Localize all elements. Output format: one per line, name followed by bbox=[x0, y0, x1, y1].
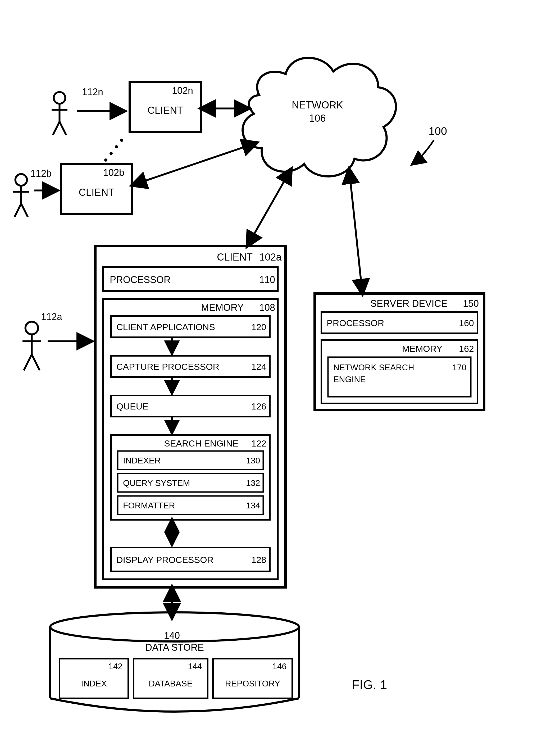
index-id: 142 bbox=[108, 662, 122, 671]
svg-line-4 bbox=[53, 122, 60, 135]
query-id: 132 bbox=[246, 478, 260, 488]
user-b: 112b bbox=[13, 168, 57, 217]
db-id: 144 bbox=[188, 662, 202, 671]
server-id: 150 bbox=[463, 298, 479, 309]
client-a-label: CLIENT bbox=[217, 252, 253, 263]
memory-label: MEMORY bbox=[201, 302, 244, 313]
svg-rect-35 bbox=[315, 294, 484, 410]
arrow-clientb-network bbox=[132, 143, 257, 185]
srv-mem-label: MEMORY bbox=[402, 344, 442, 354]
capture-id: 124 bbox=[251, 362, 266, 372]
nse-id: 170 bbox=[452, 363, 466, 372]
srv-proc-id: 160 bbox=[459, 318, 474, 328]
query-label: QUERY SYSTEM bbox=[123, 478, 190, 488]
repo-label: REPOSITORY bbox=[225, 679, 280, 688]
display-label: DISPLAY PROCESSOR bbox=[116, 555, 213, 565]
client-b-id: 102b bbox=[103, 167, 124, 178]
srv-mem-id: 162 bbox=[459, 344, 474, 354]
search-engine-id: 122 bbox=[251, 438, 266, 448]
client-n-label: CLIENT bbox=[147, 105, 183, 116]
svg-point-1 bbox=[54, 92, 65, 104]
indexer-label: INDEXER bbox=[123, 456, 161, 465]
svg-line-33 bbox=[32, 354, 40, 370]
processor-id: 110 bbox=[259, 274, 275, 285]
svg-point-9 bbox=[110, 152, 113, 155]
user-a: 112a bbox=[22, 311, 91, 370]
display-id: 128 bbox=[251, 555, 266, 565]
client-n-id: 102n bbox=[172, 85, 193, 96]
queue-id: 126 bbox=[251, 401, 266, 411]
nse-label-2: ENGINE bbox=[333, 375, 366, 384]
user-n-id: 112n bbox=[82, 86, 103, 97]
processor-label: PROCESSOR bbox=[110, 274, 171, 285]
client-apps-label: CLIENT APPLICATIONS bbox=[116, 322, 215, 332]
nse-label-1: NETWORK SEARCH bbox=[333, 363, 414, 372]
search-engine-label: SEARCH ENGINE bbox=[164, 438, 239, 448]
figure-label: FIG. 1 bbox=[352, 678, 387, 692]
client-a-id: 102a bbox=[259, 252, 282, 263]
user-n: 112n bbox=[52, 86, 124, 135]
svg-line-15 bbox=[15, 204, 21, 217]
server-label: SERVER DEVICE bbox=[370, 298, 447, 309]
arrow-clienta-network bbox=[247, 169, 291, 246]
formatter-label: FORMATTER bbox=[123, 501, 175, 510]
db-label: DATABASE bbox=[149, 679, 193, 688]
network-id: 106 bbox=[309, 113, 326, 124]
server-device: SERVER DEVICE 150 PROCESSOR 160 MEMORY 1… bbox=[315, 294, 484, 410]
memory-id: 108 bbox=[259, 302, 275, 313]
index-label: INDEX bbox=[81, 679, 107, 688]
svg-line-5 bbox=[60, 122, 66, 135]
system-ref-pointer: 100 bbox=[413, 125, 447, 164]
svg-point-29 bbox=[25, 322, 38, 334]
system-id: 100 bbox=[429, 125, 447, 137]
srv-proc-label: PROCESSOR bbox=[327, 318, 384, 328]
client-n: 102n CLIENT bbox=[130, 82, 201, 132]
client-dotted-link bbox=[104, 139, 123, 162]
svg-point-8 bbox=[115, 145, 118, 148]
user-b-id: 112b bbox=[30, 168, 52, 179]
svg-point-10 bbox=[104, 158, 107, 162]
repo-id: 146 bbox=[272, 662, 286, 671]
datastore-id: 140 bbox=[164, 630, 180, 641]
formatter-id: 134 bbox=[246, 501, 260, 510]
network-label: NETWORK bbox=[292, 99, 343, 111]
arrow-server-network bbox=[349, 169, 362, 294]
svg-line-16 bbox=[21, 204, 28, 217]
datastore-label: DATA STORE bbox=[145, 642, 204, 653]
client-b: 102b CLIENT bbox=[61, 164, 132, 214]
svg-point-7 bbox=[120, 139, 123, 142]
client-a: CLIENT 102a PROCESSOR 110 MEMORY 108 CLI… bbox=[95, 246, 286, 587]
diagram-root: 100 NETWORK 106 102n CLIENT 112n 102b CL… bbox=[0, 0, 542, 756]
client-apps-id: 120 bbox=[251, 322, 266, 332]
svg-point-12 bbox=[15, 174, 27, 186]
client-b-label: CLIENT bbox=[79, 187, 114, 198]
network-cloud: NETWORK 106 bbox=[243, 58, 396, 176]
user-a-id: 112a bbox=[41, 311, 62, 322]
svg-line-32 bbox=[24, 354, 32, 370]
data-store: 140 DATA STORE 142 INDEX 144 DATABASE 14… bbox=[50, 612, 299, 712]
capture-label: CAPTURE PROCESSOR bbox=[116, 362, 219, 372]
queue-label: QUEUE bbox=[116, 401, 148, 411]
indexer-id: 130 bbox=[246, 456, 260, 465]
